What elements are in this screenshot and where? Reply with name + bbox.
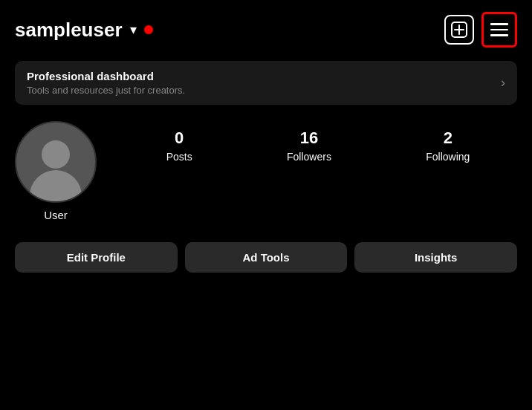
story-dot (144, 25, 153, 34)
menu-button[interactable] (481, 12, 517, 48)
hamburger-line-3 (490, 34, 508, 36)
avatar-person (30, 140, 82, 201)
stat-item-posts[interactable]: 0 Posts (166, 128, 192, 163)
plus-icon (451, 22, 467, 38)
header: sampleuser ▾ (15, 12, 517, 48)
action-buttons: Edit Profile Ad Tools Insights (15, 242, 517, 273)
stat-number-following: 2 (444, 128, 452, 148)
avatar-body (30, 170, 82, 201)
chevron-right-icon: › (501, 75, 505, 91)
stat-number-posts: 0 (175, 128, 184, 148)
avatar-container: User (15, 121, 97, 221)
username: sampleuser (15, 19, 123, 42)
stat-item-followers[interactable]: 16 Followers (287, 128, 331, 163)
dashboard-title: Professional dashboard (27, 70, 185, 82)
stat-label-followers: Followers (287, 151, 331, 163)
stat-item-following[interactable]: 2 Following (426, 128, 470, 163)
stat-number-followers: 16 (300, 128, 318, 148)
stats-container: 0 Posts 16 Followers 2 Following (119, 128, 517, 163)
avatar-head (42, 140, 70, 169)
profile-section: User 0 Posts 16 Followers 2 Following (15, 121, 517, 221)
header-right (444, 12, 517, 48)
ad-tools-button[interactable]: Ad Tools (185, 242, 348, 273)
header-left: sampleuser ▾ (15, 19, 153, 42)
hamburger-line-1 (490, 23, 508, 25)
app-container: sampleuser ▾ Professional dashboard Too (0, 0, 532, 410)
edit-profile-button[interactable]: Edit Profile (15, 242, 178, 273)
chevron-down-icon[interactable]: ▾ (130, 22, 137, 38)
avatar-username: User (44, 209, 68, 221)
stat-label-posts: Posts (166, 151, 192, 163)
stat-label-following: Following (426, 151, 470, 163)
add-button[interactable] (444, 15, 474, 45)
avatar[interactable] (15, 121, 97, 203)
dashboard-text: Professional dashboard Tools and resourc… (27, 70, 185, 96)
professional-dashboard[interactable]: Professional dashboard Tools and resourc… (15, 61, 517, 105)
dashboard-subtitle: Tools and resources just for creators. (27, 85, 185, 96)
insights-button[interactable]: Insights (354, 242, 517, 273)
hamburger-line-2 (490, 29, 508, 31)
